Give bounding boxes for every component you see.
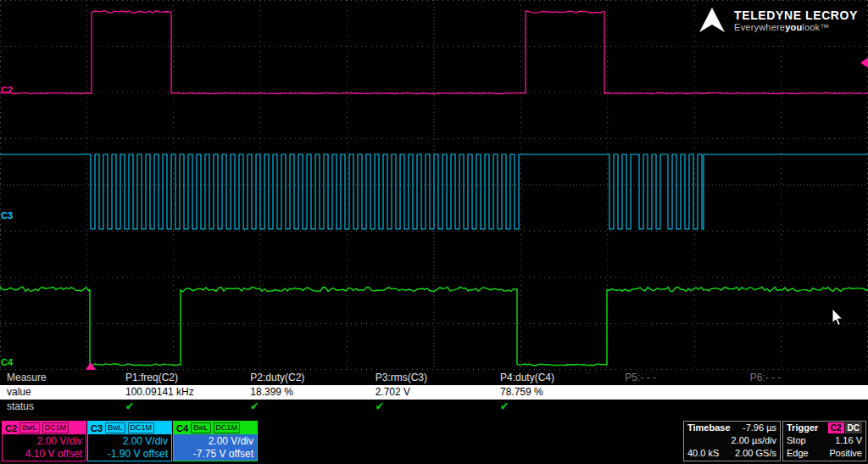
c4-zero-marker[interactable]: C4	[1, 357, 13, 367]
trigger-label: Trigger	[787, 422, 818, 434]
measure-p6-value	[743, 385, 868, 400]
measure-p1-label[interactable]: P1:freq(C2)	[119, 371, 243, 385]
trigger-level: 1.16 V	[835, 434, 862, 447]
measure-p3-label[interactable]: P3:rms(C3)	[369, 371, 493, 385]
measure-p2-status-icon: ✔	[243, 400, 368, 414]
c4-offset: -7.75 V offset	[174, 448, 253, 461]
measure-p5-value	[618, 385, 743, 400]
channel-descriptor-c3[interactable]: C3 BwL DC1M 2.00 V/div -1.90 V offset	[87, 421, 172, 461]
measure-p3-value: 2.702 V	[369, 385, 493, 400]
c3-label: C3	[91, 423, 103, 433]
trigger-type-row: Edge Positive	[783, 447, 865, 460]
waveform-svg	[0, 0, 868, 370]
c4-settings: 2.00 V/div -7.75 V offset	[174, 434, 257, 461]
measure-p6-label[interactable]: P6:- - -	[743, 371, 868, 385]
c2-vdiv: 2.00 V/div	[3, 435, 82, 448]
measure-p4-value: 78.759 %	[493, 385, 618, 400]
timebase-sampling: 40.0 kS 2.00 GS/s	[684, 447, 780, 460]
descriptor-bar: C2 BwL DC1M 2.00 V/div 4.10 V offset C3 …	[0, 421, 868, 463]
measure-p3-status-icon: ✔	[369, 400, 493, 414]
timebase-label: Timebase	[687, 422, 731, 434]
value-row-label: value	[0, 385, 119, 400]
measure-p5-status-icon	[618, 400, 743, 414]
measure-p6-status-icon	[743, 400, 868, 414]
measure-p2-value: 18.399 %	[243, 385, 368, 400]
c3-offset: -1.90 V offset	[88, 448, 168, 461]
c3-trace	[0, 154, 868, 229]
teledyne-logo-icon	[698, 7, 726, 34]
measure-name-row: Measure P1:freq(C2) P2:duty(C2) P3:rms(C…	[0, 371, 868, 385]
c4-vdiv: 2.00 V/div	[174, 435, 253, 448]
c3-settings: 2.00 V/div -1.90 V offset	[88, 434, 171, 461]
trigger-level-marker[interactable]	[860, 58, 868, 68]
trigger-descriptor[interactable]: Trigger C2 DC Stop 1.16 V Edge Positive	[782, 421, 866, 461]
trigger-source-badges: C2 DC	[828, 422, 862, 433]
c3-vdiv: 2.00 V/div	[88, 435, 168, 448]
c3-zero-marker[interactable]: C3	[1, 210, 13, 221]
trigger-source-badge: C2	[828, 422, 844, 433]
trigger-slope: Positive	[829, 447, 862, 460]
trigger-mode-row: Stop 1.16 V	[783, 434, 865, 447]
measure-p2-label[interactable]: P2:duty(C2)	[243, 371, 368, 385]
channel-descriptor-c2[interactable]: C2 BwL DC1M 2.00 V/div 4.10 V offset	[2, 421, 86, 461]
c2-zero-marker[interactable]: C2	[1, 85, 13, 95]
measure-p4-status-icon: ✔	[493, 400, 618, 414]
measure-table: Measure P1:freq(C2) P2:duty(C2) P3:rms(C…	[0, 371, 868, 414]
trigger-header: Trigger C2 DC	[783, 422, 865, 434]
c2-offset: 4.10 V offset	[3, 448, 82, 461]
measure-p4-label[interactable]: P4:duty(C4)	[493, 371, 618, 385]
c2-settings: 2.00 V/div 4.10 V offset	[3, 434, 86, 461]
channel-descriptor-c4-selected[interactable]: C4 BwL DC1M 2.00 V/div -7.75 V offset	[173, 421, 258, 461]
timebase-delay: -7.96 µs	[743, 422, 776, 434]
timebase-samples: 40.0 kS	[687, 447, 719, 460]
c3-coupling-badge: DC1M	[128, 422, 155, 433]
c2-bwl-badge: BwL	[19, 422, 40, 433]
status-row-label: status	[0, 400, 119, 414]
c4-bwl-badge: BwL	[191, 422, 211, 433]
timebase-descriptor[interactable]: Timebase -7.96 µs 2.00 µs/div 40.0 kS 2.…	[683, 421, 781, 461]
mouse-cursor	[832, 308, 845, 328]
trigger-coupling-badge: DC	[845, 422, 862, 433]
c4-label: C4	[176, 423, 188, 433]
timebase-header: Timebase -7.96 µs	[684, 422, 780, 434]
timebase-rate: 2.00 GS/s	[735, 447, 776, 460]
c3-header: C3 BwL DC1M	[88, 422, 171, 434]
c2-coupling-badge: DC1M	[42, 422, 70, 433]
c3-bwl-badge: BwL	[105, 422, 125, 433]
measure-row-label: Measure	[0, 371, 119, 385]
trigger-mode: Stop	[787, 434, 806, 447]
measure-p1-status-icon: ✔	[119, 400, 243, 414]
c4-coupling-badge: DC1M	[214, 422, 241, 433]
measure-status-row: status ✔ ✔ ✔ ✔	[0, 400, 868, 414]
measure-p5-label[interactable]: P5:- - -	[618, 371, 743, 385]
teledyne-lecroy-logo: TELEDYNE LECROY Everywhereyoulook™	[698, 7, 858, 34]
timebase-tdiv: 2.00 µs/div	[684, 434, 780, 447]
waveform-display-area[interactable]: C2 C3 C4 TELEDYNE LECROY Everywhereyoulo…	[0, 0, 868, 370]
c2-header: C2 BwL DC1M	[3, 422, 86, 434]
measure-value-row: value 100.09141 kHz 18.399 % 2.702 V 78.…	[0, 385, 868, 400]
c2-label: C2	[5, 423, 17, 433]
measure-p1-value: 100.09141 kHz	[119, 385, 243, 400]
brand-tagline: Everywhereyoulook™	[734, 22, 858, 32]
c4-header: C4 BwL DC1M	[174, 422, 257, 434]
trigger-time-marker[interactable]	[86, 362, 96, 370]
brand-name: TELEDYNE LECROY	[734, 8, 858, 22]
trigger-type: Edge	[787, 447, 809, 460]
